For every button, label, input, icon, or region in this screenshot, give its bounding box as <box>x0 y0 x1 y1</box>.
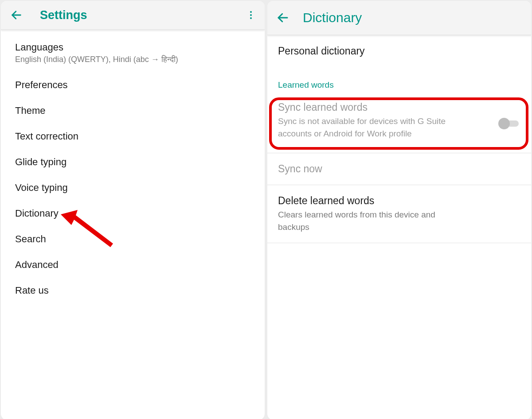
svg-point-1 <box>250 11 252 13</box>
settings-item-voice-typing[interactable]: Voice typing <box>1 175 265 201</box>
list-item-title: Sync learned words <box>278 101 520 113</box>
overflow-menu-icon[interactable] <box>243 8 258 23</box>
list-item-subtitle: Clears learned words from this device an… <box>278 209 469 233</box>
sync-toggle <box>498 118 519 128</box>
sync-learned-words-item: Sync learned words Sync is not available… <box>267 93 531 153</box>
list-item-title: Sync now <box>278 163 520 175</box>
settings-item-dictionary[interactable]: Dictionary <box>1 201 265 226</box>
settings-item-languages[interactable]: Languages English (India) (QWERTY), Hind… <box>1 35 265 72</box>
learned-words-section-header: Learned words <box>267 67 531 93</box>
toggle-thumb <box>498 118 510 129</box>
settings-list: Languages English (India) (QWERTY), Hind… <box>1 30 265 303</box>
list-item-title: Search <box>15 233 250 245</box>
settings-pane: Settings Languages English (India) (QWER… <box>1 1 265 419</box>
svg-point-3 <box>250 17 252 19</box>
settings-item-glide-typing[interactable]: Glide typing <box>1 149 265 175</box>
list-item-title: Voice typing <box>15 182 250 194</box>
settings-item-search[interactable]: Search <box>1 226 265 252</box>
settings-appbar: Settings <box>1 1 265 30</box>
list-item-title: Preferences <box>15 79 250 91</box>
list-item-title: Personal dictionary <box>278 45 520 57</box>
list-item-title: Theme <box>15 105 250 116</box>
dictionary-pane: Dictionary Personal dictionary Learned w… <box>267 1 531 419</box>
sync-now-item: Sync now <box>267 153 531 185</box>
list-item-subtitle: Sync is not available for devices with G… <box>278 115 469 140</box>
list-item-subtitle: English (India) (QWERTY), Hindi (abc → ह… <box>15 54 250 65</box>
settings-item-theme[interactable]: Theme <box>1 98 265 124</box>
list-item-title: Rate us <box>15 285 250 296</box>
dictionary-appbar: Dictionary <box>267 1 531 35</box>
divider <box>267 243 531 243</box>
list-item-title: Delete learned words <box>278 195 520 207</box>
settings-title: Settings <box>40 8 87 22</box>
list-item-title: Languages <box>15 42 250 53</box>
settings-item-rate-us[interactable]: Rate us <box>1 278 265 303</box>
dictionary-title: Dictionary <box>303 10 362 25</box>
svg-point-2 <box>250 14 252 16</box>
list-item-title: Dictionary <box>15 208 250 219</box>
list-item-title: Glide typing <box>15 156 250 168</box>
settings-item-text-correction[interactable]: Text correction <box>1 124 265 149</box>
back-arrow-icon[interactable] <box>275 10 290 25</box>
settings-item-advanced[interactable]: Advanced <box>1 252 265 278</box>
list-item-title: Advanced <box>15 259 250 271</box>
settings-item-preferences[interactable]: Preferences <box>1 72 265 98</box>
list-item-title: Text correction <box>15 131 250 142</box>
back-arrow-icon[interactable] <box>9 8 24 23</box>
personal-dictionary-item[interactable]: Personal dictionary <box>267 35 531 67</box>
delete-learned-words-item[interactable]: Delete learned words Clears learned word… <box>267 185 531 243</box>
